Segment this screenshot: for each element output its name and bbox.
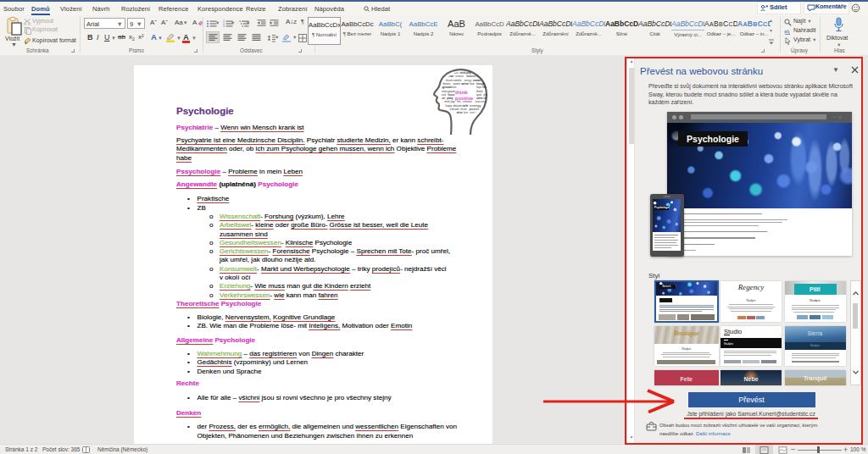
svg-text:inspire: inspire	[470, 111, 477, 114]
svg-text:life: life	[482, 85, 488, 89]
svg-text:wise: wise	[456, 111, 463, 114]
svg-text:joy: joy	[450, 99, 455, 103]
svg-text:love: love	[470, 82, 475, 86]
svg-text:positive: positive	[455, 96, 473, 101]
svg-text:think: think	[455, 89, 468, 95]
svg-text:smart: smart	[450, 107, 460, 111]
svg-text:ab: ab	[784, 29, 790, 34]
svg-text:grow: grow	[442, 85, 452, 89]
svg-text:love: love	[464, 111, 469, 114]
svg-text:wise: wise	[460, 81, 469, 86]
svg-text:power: power	[469, 107, 479, 111]
svg-text:3: 3	[223, 25, 225, 28]
